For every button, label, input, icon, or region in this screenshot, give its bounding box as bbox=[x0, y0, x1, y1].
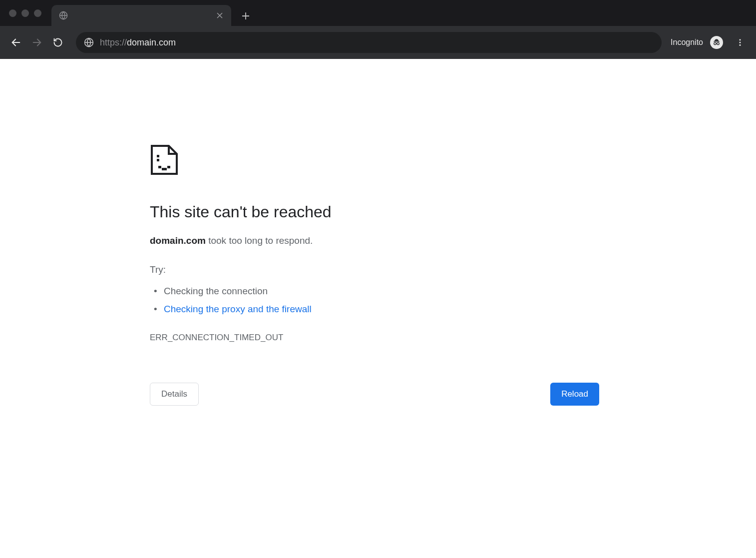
svg-rect-12 bbox=[157, 159, 159, 161]
browser-chrome: https://domain.com Incognito bbox=[0, 0, 756, 59]
error-code: ERR_CONNECTION_TIMED_OUT bbox=[150, 333, 499, 343]
button-row: Details Reload bbox=[150, 383, 599, 406]
globe-icon bbox=[58, 10, 68, 20]
svg-rect-15 bbox=[167, 166, 170, 168]
error-message: domain.com took too long to respond. bbox=[150, 233, 499, 248]
suggestions-label: Try: bbox=[150, 264, 499, 275]
suggestion-item: Checking the connection bbox=[164, 282, 499, 300]
incognito-icon[interactable] bbox=[710, 36, 723, 49]
tab-close-icon[interactable] bbox=[215, 11, 224, 20]
url-protocol: https:// bbox=[100, 37, 127, 48]
browser-menu-button[interactable] bbox=[731, 33, 749, 51]
error-page-content: This site can't be reached domain.com to… bbox=[0, 59, 499, 406]
incognito-label: Incognito bbox=[671, 38, 703, 47]
browser-tab[interactable] bbox=[51, 5, 231, 26]
address-bar[interactable]: https://domain.com bbox=[76, 32, 662, 53]
error-message-text: took too long to respond. bbox=[206, 235, 313, 246]
new-tab-button[interactable] bbox=[238, 8, 253, 23]
window-controls bbox=[9, 9, 41, 17]
suggestions-list: Checking the connection Checking the pro… bbox=[150, 282, 499, 318]
window-maximize-button[interactable] bbox=[34, 9, 41, 17]
window-minimize-button[interactable] bbox=[21, 9, 29, 17]
site-info-icon[interactable] bbox=[84, 37, 94, 47]
browser-toolbar: https://domain.com Incognito bbox=[0, 26, 756, 59]
error-message-domain: domain.com bbox=[150, 235, 206, 246]
details-button[interactable]: Details bbox=[150, 383, 199, 406]
back-button[interactable] bbox=[7, 33, 25, 51]
svg-rect-14 bbox=[162, 168, 167, 170]
suggestion-item-link[interactable]: Checking the proxy and the firewall bbox=[164, 300, 499, 318]
svg-point-6 bbox=[714, 42, 717, 45]
reload-button[interactable] bbox=[49, 33, 67, 51]
window-close-button[interactable] bbox=[9, 9, 16, 17]
sad-page-icon bbox=[150, 144, 499, 178]
forward-button[interactable] bbox=[28, 33, 46, 51]
svg-rect-11 bbox=[157, 155, 159, 157]
error-heading: This site can't be reached bbox=[150, 203, 499, 221]
url-domain: domain.com bbox=[127, 37, 176, 48]
svg-point-9 bbox=[740, 42, 741, 43]
url-display: https://domain.com bbox=[100, 37, 176, 48]
titlebar bbox=[0, 0, 756, 26]
svg-rect-13 bbox=[158, 166, 161, 168]
svg-point-7 bbox=[717, 42, 720, 45]
svg-point-8 bbox=[740, 39, 741, 40]
svg-point-10 bbox=[740, 44, 741, 46]
reload-page-button[interactable]: Reload bbox=[550, 383, 599, 406]
